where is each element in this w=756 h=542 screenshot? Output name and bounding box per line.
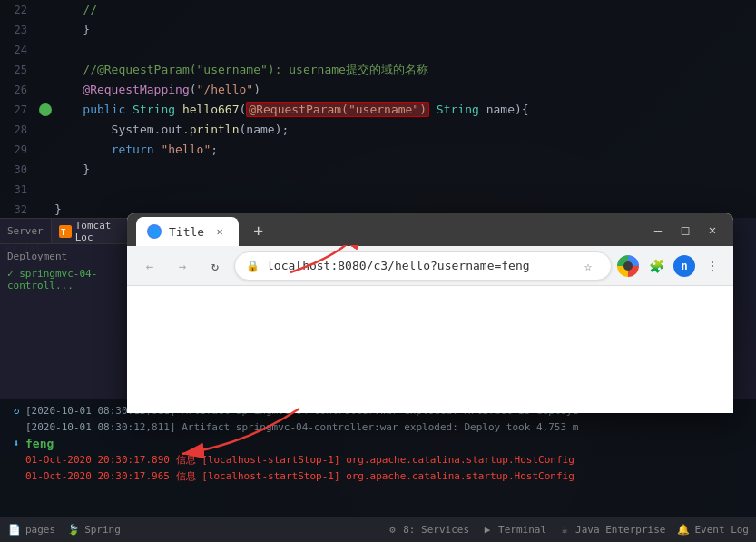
code-text: public String hello667(@RequestParam("us… [54, 100, 756, 120]
breakpoint-indicator [39, 103, 52, 116]
status-terminal-label: Terminal [498, 524, 546, 536]
line-number: 27 [0, 100, 36, 120]
forward-button[interactable]: → [169, 252, 196, 280]
code-line-28: 28 System.out.println(name); [0, 120, 756, 140]
status-java[interactable]: ☕ Java Enterprise [557, 523, 665, 537]
tab-title: Title [169, 225, 204, 239]
code-text: return "hello"; [54, 140, 756, 160]
tomcat-tab-label: Tomcat Loc [75, 220, 126, 243]
java-icon: ☕ [557, 523, 572, 537]
browser-navbar: ← → ↻ 🔒 localhost:8080/c3/hello?username… [127, 246, 733, 286]
log-text-feng: feng [25, 436, 749, 452]
user-avatar[interactable]: n [673, 255, 695, 277]
terminal-icon: ▶ [480, 523, 495, 537]
chrome-inner [623, 261, 633, 271]
line-number: 32 [0, 200, 36, 220]
maximize-button[interactable]: □ [673, 218, 697, 241]
address-bar[interactable]: 🔒 localhost:8080/c3/hello?username=feng … [234, 251, 612, 281]
svg-text:T: T [61, 228, 66, 237]
line-number: 22 [0, 0, 36, 20]
code-line-26: 26 @RequestMapping("/hello") [0, 80, 756, 100]
panel-content: Deployment ✓ springmvc-04-controll... [0, 244, 134, 298]
gutter [36, 103, 54, 116]
lock-icon: 🔒 [246, 260, 260, 272]
status-terminal[interactable]: ▶ Terminal [480, 523, 546, 537]
back-button[interactable]: ← [136, 252, 163, 280]
log-area: ↻ [2020-10-01 08:30:12,811] Artifact spr… [0, 399, 756, 517]
status-event-log-label: Event Log [694, 524, 749, 536]
log-line-3: ⬇ feng [7, 436, 749, 452]
event-log-icon: 🔔 [676, 523, 691, 537]
line-number: 23 [0, 20, 36, 40]
code-text: @RequestMapping("/hello") [54, 80, 756, 100]
line-number: 28 [0, 120, 36, 140]
server-tab[interactable]: Server [0, 219, 52, 243]
server-tab-label: Server [7, 225, 44, 237]
code-text: System.out.println(name); [54, 120, 756, 140]
status-event-log[interactable]: 🔔 Event Log [676, 523, 749, 537]
log-line-4: 01-Oct-2020 20:30:17.890 信息 [localhost-s… [7, 452, 749, 468]
browser-window: 🌐 Title ✕ + — □ ✕ ← → ↻ 🔒 localhost:8080… [127, 213, 733, 413]
spring-icon: 🍃 [66, 523, 81, 537]
code-line-22: 22 // [0, 0, 756, 20]
new-tab-button[interactable]: + [246, 221, 270, 240]
refresh-button[interactable]: ↻ [201, 252, 229, 280]
line-number: 24 [0, 40, 36, 60]
line-number: 30 [0, 160, 36, 180]
status-bar: 📄 pages 🍃 Spring ⚙ 8: Services ▶ Termina… [0, 517, 756, 542]
status-pages[interactable]: 📄 pages [7, 523, 55, 537]
minimize-button[interactable]: — [646, 218, 670, 241]
log-line-2: [2020-10-01 08:30:12,811] Artifact sprin… [7, 419, 749, 436]
line-number: 29 [0, 140, 36, 160]
code-text: } [54, 20, 756, 40]
log-text-2: [2020-10-01 08:30:12,811] Artifact sprin… [25, 419, 749, 436]
code-text: // [54, 0, 756, 20]
down-arrow-icon: ⬇ [7, 436, 25, 452]
tab-favicon: 🌐 [147, 224, 162, 239]
chrome-icon [617, 255, 639, 277]
status-services-label: 8: Services [403, 524, 469, 536]
springmvc-item[interactable]: ✓ springmvc-04-controll... [7, 265, 127, 294]
browser-tab[interactable]: 🌐 Title ✕ [136, 217, 239, 246]
code-line-29: 29 return "hello"; [0, 140, 756, 160]
tomcat-tab[interactable]: T Tomcat Loc [52, 219, 134, 243]
services-icon: ⚙ [385, 523, 399, 537]
code-line-25: 25 //@RequestParam("username"): username… [0, 60, 756, 80]
tomcat-icon: T [59, 225, 72, 238]
panel-tabs: Server T Tomcat Loc [0, 219, 134, 244]
code-line-31: 31 [0, 180, 756, 200]
code-text: //@RequestParam("username"): username提交的… [54, 60, 756, 80]
browser-controls: — □ ✕ [646, 218, 724, 241]
line-number: 31 [0, 180, 36, 200]
browser-content [127, 286, 733, 413]
log-text-5: 01-Oct-2020 20:30:17.965 信息 [localhost-s… [25, 468, 749, 485]
code-text: } [54, 160, 756, 180]
status-services[interactable]: ⚙ 8: Services [385, 523, 469, 537]
status-java-label: Java Enterprise [575, 524, 665, 536]
star-button[interactable]: ☆ [576, 254, 600, 278]
close-button[interactable]: ✕ [701, 218, 724, 241]
code-line-27: 27 public String hello667(@RequestParam(… [0, 100, 756, 120]
pages-icon: 📄 [7, 523, 22, 537]
status-pages-label: pages [25, 524, 55, 536]
checkmark-icon: ✓ [7, 268, 14, 280]
status-spring-label: Spring [84, 524, 121, 536]
code-line-30: 30 } [0, 160, 756, 180]
refresh-icon: ↻ [7, 403, 25, 419]
deployment-section: Deployment [7, 248, 127, 265]
line-number: 25 [0, 60, 36, 80]
log-line-5: 01-Oct-2020 20:30:17.965 信息 [localhost-s… [7, 468, 749, 485]
code-editor[interactable]: 22 // 23 } 24 25 //@RequestParam("userna… [0, 0, 756, 218]
address-text: localhost:8080/c3/hello?username=feng [267, 259, 530, 272]
code-line-24: 24 [0, 40, 756, 60]
menu-button[interactable]: ⋮ [701, 254, 724, 278]
line-number: 26 [0, 80, 36, 100]
code-line-23: 23 } [0, 20, 756, 40]
extensions-button[interactable]: 🧩 [644, 254, 668, 278]
log-text-4: 01-Oct-2020 20:30:17.890 信息 [localhost-s… [25, 452, 749, 468]
status-spring[interactable]: 🍃 Spring [66, 523, 121, 537]
springmvc-label: springmvc-04-controll... [7, 268, 97, 291]
browser-titlebar: 🌐 Title ✕ + — □ ✕ [127, 213, 733, 246]
address-actions: ☆ [576, 254, 600, 278]
tab-close-button[interactable]: ✕ [211, 223, 228, 240]
